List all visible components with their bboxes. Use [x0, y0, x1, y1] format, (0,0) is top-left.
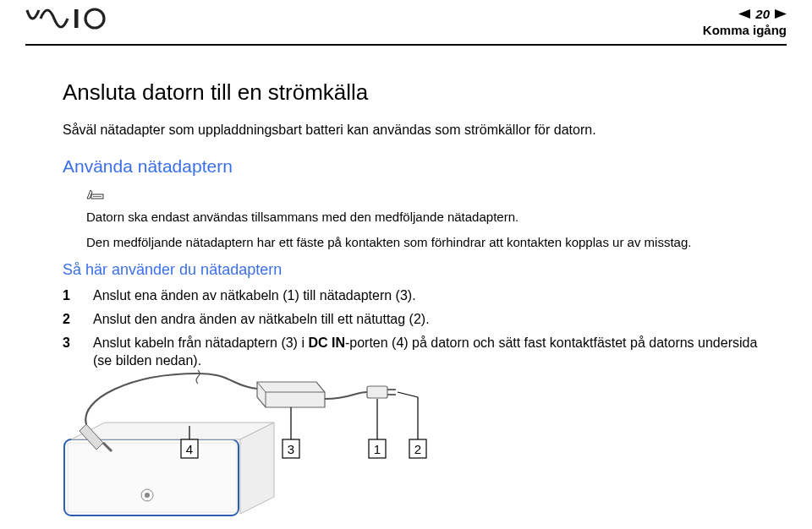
vaio-logo — [25, 7, 118, 36]
svg-text:3: 3 — [288, 442, 294, 456]
intro-text: Såväl nätadapter som uppladdningsbart ba… — [63, 121, 761, 139]
figure-label-text: 4 — [186, 442, 193, 456]
step-number: 2 — [63, 310, 74, 329]
svg-rect-7 — [68, 443, 237, 512]
connection-diagram: 4 3 1 2 — [63, 348, 469, 517]
svg-marker-2 — [738, 9, 750, 19]
prev-page-icon[interactable] — [738, 7, 750, 21]
subheading-how-to: Så här använder du nätadaptern — [63, 259, 761, 280]
next-page-icon[interactable] — [775, 7, 787, 21]
svg-point-9 — [145, 493, 150, 498]
page-title: Ansluta datorn till en strömkälla — [63, 78, 761, 107]
figure-label-1: 1 — [369, 439, 386, 458]
step-1: 1 Anslut ena änden av nätkabeln (1) till… — [63, 286, 761, 305]
step-number: 1 — [63, 286, 74, 305]
note-line-1: Datorn ska endast användas tillsammans m… — [86, 209, 761, 226]
figure-label-2: 2 — [409, 439, 426, 458]
note-icon — [86, 187, 761, 205]
svg-text:1: 1 — [374, 442, 381, 456]
subheading-use-adapter: Använda nätadaptern — [63, 155, 761, 178]
svg-rect-13 — [367, 386, 387, 398]
svg-text:2: 2 — [414, 442, 421, 456]
section-label: Komma igång — [703, 23, 787, 37]
step-text: Anslut den andra änden av nätkabeln till… — [93, 310, 430, 329]
svg-marker-3 — [775, 9, 787, 19]
note-line-2: Den medföljande nätadaptern har ett fäst… — [86, 234, 761, 251]
figure-label-4: 4 — [181, 439, 198, 458]
step-2: 2 Anslut den andra änden av nätkabeln ti… — [63, 310, 761, 329]
page-number: 20 — [755, 7, 770, 21]
page-content: Ansluta datorn till en strömkälla Såväl … — [0, 46, 812, 370]
svg-point-1 — [85, 9, 104, 28]
header-right: 20 Komma igång — [703, 7, 787, 37]
figure-label-3: 3 — [283, 439, 299, 458]
step-text: Anslut ena änden av nätkabeln (1) till n… — [93, 286, 416, 305]
svg-rect-0 — [74, 9, 79, 28]
svg-line-20 — [398, 392, 418, 397]
header-bar: 20 Komma igång — [0, 0, 812, 41]
page-nav: 20 — [703, 7, 787, 21]
